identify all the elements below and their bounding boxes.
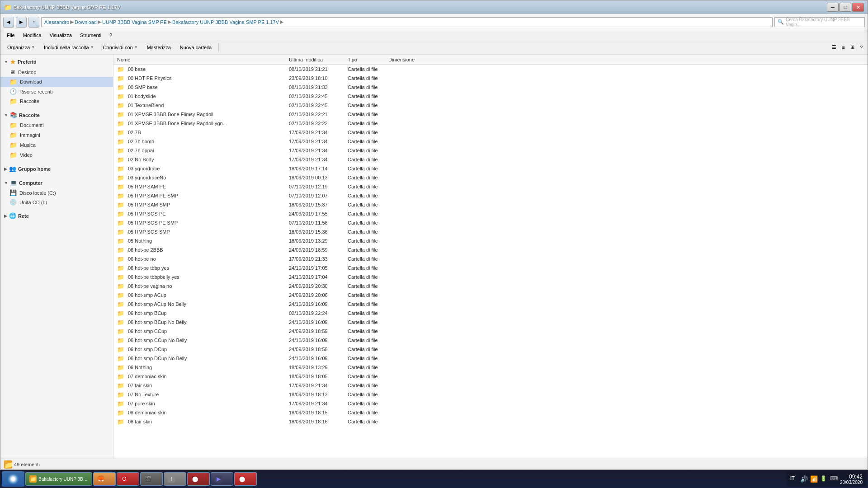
view-icons-button[interactable]: ⊞ (848, 42, 857, 53)
sidebar-item-immagini[interactable]: 📁 Immagini (0, 130, 113, 140)
table-row[interactable]: 📁 06 hdt-smp ACup No Belly 24/10/2019 16… (113, 300, 868, 309)
menu-strumenti[interactable]: Strumenti (76, 32, 105, 39)
col-header-size[interactable]: Dimensione (387, 57, 432, 62)
taskbar-explorer-button[interactable]: 📁 Bakafactory UUNP 3BBB... (25, 472, 92, 486)
taskbar-foobar-button[interactable]: f (164, 472, 186, 486)
table-row[interactable]: 📁 02 No Body 17/09/2019 21:34 Cartella d… (113, 155, 868, 164)
taskbar-browser1-button[interactable]: 🦊 (93, 472, 116, 486)
path-segment-2[interactable]: Download (75, 19, 97, 25)
col-header-date[interactable]: Ultima modifica (287, 57, 346, 62)
table-row[interactable]: 📁 06 hdt-smp ACup 24/09/2019 20:06 Carte… (113, 291, 868, 300)
path-segment-3[interactable]: UUNP 3BBB Vagina SMP PE (102, 19, 167, 25)
table-row[interactable]: 📁 06 hdt-pe tbbp yes 24/10/2019 17:05 Ca… (113, 263, 868, 272)
sidebar-item-cd-i[interactable]: 💿 Unità CD (I:) (0, 197, 113, 207)
taskbar-app6-button[interactable]: ⬤ (187, 472, 210, 486)
table-row[interactable]: 📁 02 7B 17/09/2019 21:34 Cartella di fil… (113, 128, 868, 137)
view-list-button[interactable]: ☰ (830, 42, 839, 53)
table-row[interactable]: 📁 06 hdt-smp DCup 24/09/2019 18:58 Carte… (113, 345, 868, 354)
volume-icon[interactable]: 🔊 (800, 475, 807, 483)
minimize-button[interactable]: ─ (827, 3, 839, 12)
taskbar-opera-button[interactable]: O (117, 472, 139, 486)
view-extra-button[interactable]: ? (858, 42, 865, 53)
menu-modifica[interactable]: Modifica (19, 32, 45, 39)
table-row[interactable]: 📁 06 hdt-smp BCup No Belly 24/10/2019 16… (113, 318, 868, 327)
col-header-name[interactable]: Nome (115, 57, 287, 62)
table-row[interactable]: 📁 06 hdt-smp CCup 24/09/2019 18:59 Carte… (113, 327, 868, 336)
search-box[interactable]: 🔍 Cerca Bakafactory UUNP 3BBB Vagin... (774, 17, 865, 27)
table-row[interactable]: 📁 05 HMP SAM PE SMP 07/10/2019 12:07 Car… (113, 191, 868, 200)
start-icon (8, 474, 19, 484)
sidebar-computer-header[interactable]: ▼ 💻 Computer (0, 178, 113, 188)
sidebar-favorites-header[interactable]: ▼ ★ Preferiti (0, 56, 113, 67)
table-row[interactable]: 📁 07 pure skin 17/09/2019 21:34 Cartella… (113, 399, 868, 408)
table-row[interactable]: 📁 08 fair skin 18/09/2019 18:16 Cartella… (113, 417, 868, 426)
sidebar-network-header[interactable]: ▶ 🌐 Rete (0, 211, 113, 221)
file-date-cell: 24/09/2019 18:59 (287, 328, 346, 334)
table-row[interactable]: 📁 06 hdt-pe tbbpbelly yes 24/10/2019 17:… (113, 272, 868, 282)
table-row[interactable]: 📁 01 TextureBlend 02/10/2019 22:45 Carte… (113, 101, 868, 110)
table-row[interactable]: 📁 05 Nothing 18/09/2019 13:29 Cartella d… (113, 236, 868, 245)
sidebar-item-recent[interactable]: 🕐 Risorse recenti (0, 87, 113, 96)
table-row[interactable]: 📁 07 No Texture 18/09/2019 18:13 Cartell… (113, 390, 868, 399)
table-row[interactable]: 📁 05 HMP SOS PE 24/09/2019 17:55 Cartell… (113, 209, 868, 218)
col-header-type[interactable]: Tipo (346, 57, 387, 62)
sidebar-item-raccolte[interactable]: 📁 Raccolte (0, 96, 113, 106)
path-segment-4[interactable]: Bakafactory UUNP 3BBB Vagina SMP PE 1.17… (172, 19, 279, 25)
menu-file[interactable]: File (3, 32, 19, 39)
sidebar-item-musica[interactable]: 📁 Musica (0, 140, 113, 150)
table-row[interactable]: 📁 06 hdt-pe no 17/09/2019 21:33 Cartella… (113, 254, 868, 263)
taskbar-app7-button[interactable]: ▶ (211, 472, 233, 486)
table-row[interactable]: 📁 06 hdt-smp CCup No Belly 24/10/2019 16… (113, 336, 868, 345)
table-row[interactable]: 📁 07 demoniac skin 18/09/2019 18:05 Cart… (113, 372, 868, 381)
table-row[interactable]: 📁 00 SMP base 08/10/2019 21:33 Cartella … (113, 83, 868, 92)
table-row[interactable]: 📁 05 HMP SAM PE 07/10/2019 12:19 Cartell… (113, 182, 868, 191)
start-button[interactable] (2, 471, 24, 487)
organize-button[interactable]: Organizza ▼ (3, 42, 39, 53)
file-date-cell: 02/10/2019 22:45 (287, 94, 346, 99)
table-row[interactable]: 📁 00 HDT PE Physics 23/09/2019 18:10 Car… (113, 74, 868, 83)
address-path[interactable]: Alessandro ▶ Download ▶ UUNP 3BBB Vagina… (41, 17, 773, 27)
table-row[interactable]: 📁 05 HMP SOS PE SMP 07/10/2019 11:58 Car… (113, 218, 868, 227)
sidebar-item-disk-c[interactable]: 💾 Disco locale (C:) (0, 188, 113, 197)
up-button[interactable]: ↑ (28, 17, 39, 28)
taskbar-app8-button[interactable]: ⬤ (234, 472, 257, 486)
table-row[interactable]: 📁 02 7b bomb 17/09/2019 21:34 Cartella d… (113, 137, 868, 146)
sidebar-item-documenti[interactable]: 📁 Documenti (0, 120, 113, 130)
forward-button[interactable]: ▶ (16, 17, 27, 28)
table-row[interactable]: 📁 06 hdt-pe 2BBB 24/09/2019 18:59 Cartel… (113, 245, 868, 254)
share-button[interactable]: Condividi con ▼ (99, 42, 142, 53)
table-row[interactable]: 📁 06 hdt-smp DCup No Belly 24/10/2019 16… (113, 354, 868, 363)
back-button[interactable]: ◀ (3, 17, 14, 28)
network-tray-icon[interactable]: 📶 (810, 475, 817, 483)
path-segment-1[interactable]: Alessandro (44, 19, 69, 25)
sidebar-item-desktop[interactable]: 🖥 Desktop (0, 67, 113, 77)
table-row[interactable]: 📁 01 XPMSE 3BBB Bone Flimsy Ragdoll 02/1… (113, 110, 868, 119)
table-row[interactable]: 📁 03 ygnordrace 18/09/2019 17:14 Cartell… (113, 164, 868, 173)
view-details-button[interactable]: ≡ (840, 42, 847, 53)
table-row[interactable]: 📁 07 fair skin 17/09/2019 21:34 Cartella… (113, 381, 868, 390)
menu-visualizza[interactable]: Visualizza (46, 32, 75, 39)
sidebar-homegroup-header[interactable]: ▶ 👥 Gruppo home (0, 164, 113, 174)
table-row[interactable]: 📁 01 XPMSE 3BBB Bone Flimsy Ragdoll ygn.… (113, 119, 868, 128)
table-row[interactable]: 📁 06 hdt-smp BCup 02/10/2019 22:24 Carte… (113, 309, 868, 318)
table-row[interactable]: 📁 03 ygnordraceNo 18/09/2019 00:13 Carte… (113, 173, 868, 182)
menu-help[interactable]: ? (106, 32, 116, 39)
table-row[interactable]: 📁 01 bodyslide 02/10/2019 22:45 Cartella… (113, 92, 868, 101)
maximize-button[interactable]: □ (840, 3, 851, 12)
sidebar-collections-header[interactable]: ▼ 📚 Raccolte (0, 110, 113, 120)
table-row[interactable]: 📁 08 demoniac skin 18/09/2019 18:15 Cart… (113, 408, 868, 417)
sidebar-item-download[interactable]: 📁 Download (0, 77, 113, 87)
table-row[interactable]: 📁 00 base 08/10/2019 21:21 Cartella di f… (113, 65, 868, 74)
table-row[interactable]: 📁 06 Nothing 18/09/2019 13:29 Cartella d… (113, 363, 868, 372)
burn-button[interactable]: Masterizza (143, 42, 175, 53)
table-row[interactable]: 📁 05 HMP SOS SMP 18/09/2019 15:36 Cartel… (113, 227, 868, 236)
table-row[interactable]: 📁 05 HMP SAM SMP 18/09/2019 15:37 Cartel… (113, 200, 868, 209)
sidebar-item-video[interactable]: 📁 Video (0, 150, 113, 160)
close-button[interactable]: ✕ (852, 3, 864, 12)
clock[interactable]: 09:42 20/03/2020 (840, 474, 863, 485)
table-row[interactable]: 📁 02 7b oppai 17/09/2019 21:34 Cartella … (113, 146, 868, 155)
new-folder-button[interactable]: Nuova cartella (176, 42, 216, 53)
include-raccolta-button[interactable]: Includi nella raccolta ▼ (40, 42, 98, 53)
table-row[interactable]: 📁 06 hdt-pe vagina no 24/09/2019 20:30 C… (113, 282, 868, 291)
taskbar-media-button[interactable]: 🎬 (140, 472, 163, 486)
